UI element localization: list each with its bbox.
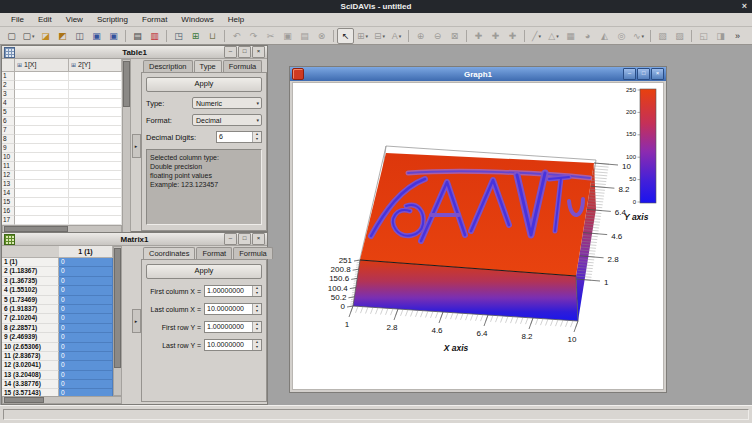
plot-3d-bars-icon[interactable]: ◭ — [596, 28, 613, 44]
matrix-row-header[interactable]: 9 (2.46939) — [2, 333, 59, 342]
matrix-cell[interactable]: 0 — [59, 380, 113, 389]
table-cell[interactable] — [15, 108, 69, 117]
row-number[interactable]: 17 — [2, 216, 15, 225]
save-project-as-icon[interactable]: ▣ — [105, 28, 122, 44]
matrix-row-header[interactable]: 13 (3.20408) — [2, 371, 59, 380]
table-cell[interactable] — [15, 171, 69, 180]
table-cell[interactable] — [69, 153, 122, 162]
matrix-cell[interactable]: 0 — [59, 286, 113, 295]
table-cell[interactable] — [69, 144, 122, 153]
matrix-cell[interactable]: 0 — [59, 305, 113, 314]
table-cell[interactable] — [15, 198, 69, 207]
table-cell[interactable] — [15, 162, 69, 171]
save-template-icon[interactable]: ◫ — [71, 28, 88, 44]
matrix1-panel-expander-icon[interactable]: ▸ — [132, 309, 141, 333]
matrix-cell[interactable]: 0 — [59, 333, 113, 342]
move-data-points-icon[interactable]: ⊟▾ — [371, 28, 388, 44]
new-table-icon[interactable]: ⊞ — [187, 28, 204, 44]
table1-column-headers[interactable]: ⊞1[X]⊞2[Y] — [2, 59, 122, 72]
copy-selection-icon[interactable]: ▣ — [279, 28, 296, 44]
rescale-to-show-all-icon[interactable]: ⊠ — [446, 28, 463, 44]
row-number[interactable]: 7 — [2, 126, 15, 135]
matrix1-vscrollbar[interactable] — [113, 246, 122, 396]
table1-vscrollbar[interactable] — [122, 59, 131, 233]
table-cell[interactable] — [69, 162, 122, 171]
matrix-cell[interactable]: 0 — [59, 361, 113, 370]
find-window-icon[interactable]: ◳ — [170, 28, 187, 44]
first-row-y-spinbox[interactable]: 1.00000000▲▼ — [204, 321, 262, 333]
row-number[interactable]: 16 — [2, 207, 15, 216]
format-dropdown[interactable]: Decimal ▾ — [192, 114, 262, 126]
matrix1-tab-formula[interactable]: Formula — [233, 247, 273, 259]
table-cell[interactable] — [15, 180, 69, 189]
new-window-icon[interactable]: ▢▾ — [20, 28, 37, 44]
matrix-row-header[interactable]: 4 (1.55102) — [2, 286, 59, 295]
table-cell[interactable] — [15, 99, 69, 108]
row-number[interactable]: 13 — [2, 180, 15, 189]
last-row-y-spinbox[interactable]: 10.0000000▲▼ — [204, 339, 262, 351]
table1-column-header-2[interactable]: ⊞2[Y] — [69, 59, 122, 72]
matrix-row-header[interactable]: 2 (1.18367) — [2, 267, 59, 276]
table-cell[interactable] — [69, 135, 122, 144]
decimal-digits-spinbox[interactable]: 6 ▲▼ — [216, 131, 262, 143]
matrix-row-header[interactable]: 10 (2.65306) — [2, 343, 59, 352]
table-cell[interactable] — [69, 72, 122, 81]
add-layer-icon[interactable]: ◱ — [695, 28, 712, 44]
matrix-row-header[interactable]: 11 (2.83673) — [2, 352, 59, 361]
type-dropdown[interactable]: Numeric ▾ — [192, 97, 262, 109]
menu-help[interactable]: Help — [221, 13, 251, 26]
row-number[interactable]: 5 — [2, 108, 15, 117]
menu-scripting[interactable]: Scripting — [90, 13, 135, 26]
import-ascii-icon[interactable]: ◩ — [54, 28, 71, 44]
plot-pie-icon[interactable]: ◕ — [579, 28, 596, 44]
matrix-cell[interactable]: 0 — [59, 314, 113, 323]
matrix1-grid[interactable]: 1 (1) 1 (1)02 (1.18367)03 (1.36735)04 (1… — [2, 246, 113, 398]
matrix1-close-icon[interactable]: × — [252, 233, 265, 245]
last-column-x-spinbox[interactable]: 10.0000000▲▼ — [204, 303, 262, 315]
row-number[interactable]: 1 — [2, 72, 15, 81]
matrix1-tab-format[interactable]: Format — [196, 247, 232, 259]
save-project-icon[interactable]: ▣ — [88, 28, 105, 44]
matrix-cell[interactable]: 0 — [59, 352, 113, 361]
row-number[interactable]: 12 — [2, 171, 15, 180]
matrix-row-header[interactable]: 7 (2.10204) — [2, 314, 59, 323]
matrix1-panel-splitter[interactable]: ▸ — [131, 246, 141, 396]
window-titlebar[interactable]: SciDAVis - untitled × — [0, 0, 752, 13]
matrix-row-header[interactable]: 14 (3.38776) — [2, 380, 59, 389]
graph1-titlebar[interactable]: Graph1 – □ × — [290, 67, 666, 81]
row-number[interactable]: 8 — [2, 135, 15, 144]
cut-selection-icon[interactable]: ✂ — [262, 28, 279, 44]
matrix1-hscrollbar[interactable] — [2, 396, 122, 404]
new-project-icon[interactable]: ▢ — [3, 28, 20, 44]
graph1-close-icon[interactable]: × — [651, 68, 664, 80]
pointer-icon[interactable]: ↖ — [337, 28, 354, 44]
table1-maximize-icon[interactable]: □ — [238, 46, 251, 58]
matrix-cell[interactable]: 0 — [59, 296, 113, 305]
delete-selection-icon[interactable]: ⊗ — [313, 28, 330, 44]
data-reader-icon[interactable]: ✚ — [487, 28, 504, 44]
menu-view[interactable]: View — [59, 13, 90, 26]
row-number[interactable]: 10 — [2, 153, 15, 162]
row-number[interactable]: 6 — [2, 117, 15, 126]
table-cell[interactable] — [69, 117, 122, 126]
window-close-icon[interactable]: × — [742, 0, 747, 13]
table1-minimize-icon[interactable]: – — [224, 46, 237, 58]
graph1-maximize-icon[interactable]: □ — [637, 68, 650, 80]
undo-icon[interactable]: ↶ — [228, 28, 245, 44]
table-cell[interactable] — [15, 72, 69, 81]
table-cell[interactable] — [15, 135, 69, 144]
paste-selection-icon[interactable]: ▤ — [296, 28, 313, 44]
matrix-row-header[interactable]: 8 (2.28571) — [2, 324, 59, 333]
add-function-curve-icon[interactable]: △▾ — [545, 28, 562, 44]
graph-options-icon[interactable]: ▨ — [671, 28, 688, 44]
matrix-cell[interactable]: 0 — [59, 343, 113, 352]
matrix1-minimize-icon[interactable]: – — [224, 233, 237, 245]
graph1-canvas[interactable]: 251200.8150.6100.450.20 12.84.66.48.210 … — [292, 82, 664, 390]
matrix-cell[interactable]: 0 — [59, 277, 113, 286]
table1-panel-expander-icon[interactable]: ▸ — [132, 134, 141, 158]
row-number[interactable]: 14 — [2, 189, 15, 198]
table-cell[interactable] — [69, 189, 122, 198]
matrix1-titlebar[interactable]: Matrix1 – □ × — [2, 233, 267, 246]
matrix-cell[interactable]: 0 — [59, 324, 113, 333]
matrix1-column-header[interactable]: 1 (1) — [59, 246, 113, 258]
